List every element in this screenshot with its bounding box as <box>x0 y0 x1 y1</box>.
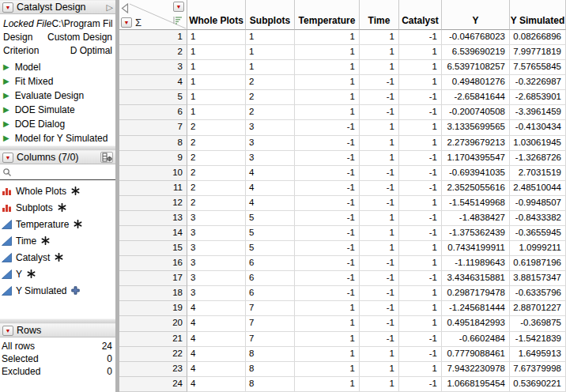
row-number-cell[interactable]: 14 <box>119 226 187 241</box>
data-cell-subplots[interactable]: 6 <box>246 286 295 301</box>
data-cell-temperature[interactable]: -1 <box>295 226 360 241</box>
script-item[interactable]: ▶ Model <box>0 60 115 74</box>
data-cell-catalyst[interactable]: -1 <box>399 90 442 105</box>
row-number-cell[interactable]: 23 <box>119 362 187 377</box>
data-cell-y-simulated[interactable]: 7.57655845 <box>510 60 566 75</box>
data-cell-subplots[interactable]: 4 <box>246 166 295 181</box>
data-cell-whole-plots[interactable]: 2 <box>187 196 246 211</box>
data-cell-whole-plots[interactable]: 4 <box>187 332 246 347</box>
row-number-cell[interactable]: 9 <box>119 151 187 166</box>
data-cell-whole-plots[interactable]: 1 <box>187 105 246 120</box>
data-cell-catalyst[interactable]: 1 <box>399 316 442 331</box>
row-number-cell[interactable]: 24 <box>119 377 187 392</box>
data-cell-catalyst[interactable]: -1 <box>399 166 442 181</box>
data-cell-y[interactable]: 6.539690219 <box>442 45 510 60</box>
row-number-cell[interactable]: 15 <box>119 241 187 256</box>
data-cell-whole-plots[interactable]: 3 <box>187 271 246 286</box>
columns-corner-menu-button[interactable]: ▼ <box>173 2 184 12</box>
hide-panels-button[interactable] <box>121 2 129 17</box>
data-cell-temperature[interactable]: 1 <box>295 60 360 75</box>
column-list-item[interactable]: Y <box>0 266 115 282</box>
data-cell-time[interactable]: 1 <box>360 45 399 60</box>
table-menu-button[interactable]: ▼ <box>2 2 13 13</box>
data-cell-whole-plots[interactable]: 2 <box>187 166 246 181</box>
data-cell-temperature[interactable]: 1 <box>295 301 360 316</box>
data-cell-subplots[interactable]: 3 <box>246 151 295 166</box>
data-cell-subplots[interactable]: 7 <box>246 332 295 347</box>
row-number-cell[interactable]: 21 <box>119 332 187 347</box>
data-cell-temperature[interactable]: 1 <box>295 75 360 90</box>
data-cell-time[interactable]: -1 <box>360 196 399 211</box>
data-cell-y-simulated[interactable]: 1.03061945 <box>510 136 566 151</box>
row-number-cell[interactable]: 19 <box>119 301 187 316</box>
row-number-cell[interactable]: 11 <box>119 181 187 196</box>
data-cell-y[interactable]: 0.494801276 <box>442 75 510 90</box>
data-cell-subplots[interactable]: 3 <box>246 136 295 151</box>
data-cell-whole-plots[interactable]: 1 <box>187 75 246 90</box>
data-cell-time[interactable]: -1 <box>360 332 399 347</box>
data-cell-y[interactable]: 2.2739679213 <box>442 136 510 151</box>
data-cell-temperature[interactable]: -1 <box>295 196 360 211</box>
column-list-item[interactable]: Time <box>0 232 115 249</box>
data-cell-temperature[interactable]: -1 <box>295 271 360 286</box>
data-cell-time[interactable]: -1 <box>360 90 399 105</box>
data-cell-subplots[interactable]: 8 <box>246 377 295 392</box>
data-cell-subplots[interactable]: 7 <box>246 301 295 316</box>
data-cell-whole-plots[interactable]: 4 <box>187 377 246 392</box>
data-cell-y-simulated[interactable]: 0.08266896 <box>510 30 566 45</box>
data-cell-time[interactable]: 1 <box>360 151 399 166</box>
row-number-cell[interactable]: 8 <box>119 136 187 151</box>
data-cell-y-simulated[interactable]: -3.3961459 <box>510 105 566 120</box>
column-header[interactable]: Subplots <box>246 0 295 30</box>
data-cell-catalyst[interactable]: 1 <box>399 301 442 316</box>
column-list-item[interactable]: Catalyst <box>0 249 115 266</box>
column-list-item[interactable]: Y Simulated <box>0 282 115 299</box>
data-cell-y[interactable]: 7.9432230978 <box>442 362 510 377</box>
data-cell-y-simulated[interactable]: -0.4130434 <box>510 120 566 135</box>
data-cell-y[interactable]: 2.3525055616 <box>442 181 510 196</box>
data-cell-temperature[interactable]: 1 <box>295 105 360 120</box>
row-number-cell[interactable]: 12 <box>119 196 187 211</box>
data-cell-temperature[interactable]: 1 <box>295 30 360 45</box>
data-cell-y[interactable]: -2.65841644 <box>442 90 510 105</box>
data-cell-time[interactable]: 1 <box>360 30 399 45</box>
data-cell-temperature[interactable]: -1 <box>295 256 360 271</box>
data-cell-time[interactable]: -1 <box>360 166 399 181</box>
data-cell-catalyst[interactable]: -1 <box>399 332 442 347</box>
data-cell-y-simulated[interactable]: -1.3268726 <box>510 151 566 166</box>
data-cell-y[interactable]: 6.5397108257 <box>442 60 510 75</box>
data-cell-time[interactable]: 1 <box>360 241 399 256</box>
column-header[interactable]: Y Simulated <box>510 0 566 30</box>
data-cell-temperature[interactable]: -1 <box>295 241 360 256</box>
row-number-cell[interactable]: 5 <box>119 90 187 105</box>
data-cell-subplots[interactable]: 5 <box>246 211 295 226</box>
row-number-cell[interactable]: 18 <box>119 286 187 301</box>
data-cell-catalyst[interactable]: -1 <box>399 105 442 120</box>
data-cell-time[interactable]: -1 <box>360 181 399 196</box>
data-cell-whole-plots[interactable]: 2 <box>187 120 246 135</box>
row-number-cell[interactable]: 2 <box>119 45 187 60</box>
data-cell-catalyst[interactable]: -1 <box>399 151 442 166</box>
row-number-cell[interactable]: 6 <box>119 105 187 120</box>
row-number-cell[interactable]: 16 <box>119 256 187 271</box>
data-cell-whole-plots[interactable]: 4 <box>187 347 246 362</box>
data-cell-y[interactable]: -1.375362439 <box>442 226 510 241</box>
data-cell-subplots[interactable]: 5 <box>246 226 295 241</box>
script-item[interactable]: ▶ DOE Dialog <box>0 117 115 131</box>
data-cell-whole-plots[interactable]: 1 <box>187 60 246 75</box>
data-cell-y[interactable]: -1.245681444 <box>442 301 510 316</box>
data-cell-catalyst[interactable]: 1 <box>399 256 442 271</box>
data-cell-catalyst[interactable]: 1 <box>399 120 442 135</box>
column-filter-icon[interactable] <box>173 13 183 28</box>
data-cell-y-simulated[interactable]: -0.3226987 <box>510 75 566 90</box>
data-cell-y-simulated[interactable]: -0.369875 <box>510 316 566 331</box>
row-number-cell[interactable]: 17 <box>119 271 187 286</box>
data-cell-time[interactable]: 1 <box>360 226 399 241</box>
data-cell-y[interactable]: 3.4346315881 <box>442 271 510 286</box>
data-cell-y-simulated[interactable]: -1.5421839 <box>510 332 566 347</box>
data-cell-whole-plots[interactable]: 3 <box>187 256 246 271</box>
data-cell-y[interactable]: -1.11989643 <box>442 256 510 271</box>
data-cell-whole-plots[interactable]: 1 <box>187 30 246 45</box>
data-cell-y-simulated[interactable]: -2.6853901 <box>510 90 566 105</box>
data-cell-whole-plots[interactable]: 4 <box>187 301 246 316</box>
